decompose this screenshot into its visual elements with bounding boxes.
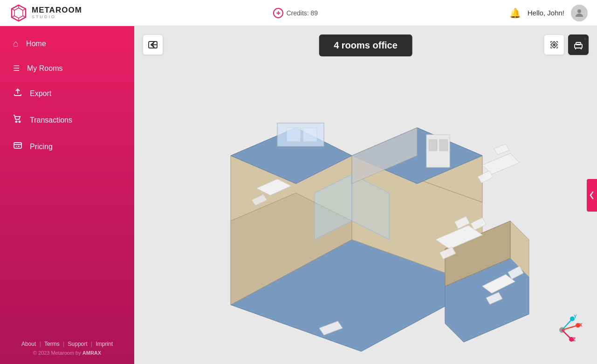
pricing-icon <box>13 141 22 152</box>
svg-point-14 <box>553 44 555 46</box>
sidebar-item-home[interactable]: ⌂ Home <box>0 31 134 56</box>
footer-links: About | Terms | Support | Imprint <box>9 341 125 347</box>
sidebar-item-transactions-label: Transactions <box>30 116 72 124</box>
sidebar-item-export[interactable]: Export <box>0 80 134 107</box>
svg-marker-42 <box>494 144 509 155</box>
sidebar-item-home-label: Home <box>26 40 46 48</box>
header-right: 🔔 Hello, John! <box>509 5 588 21</box>
footer-divider-2: | <box>63 341 66 347</box>
main-layout: ⌂ Home ☰ My Rooms Export <box>0 26 597 364</box>
logo: METAROOM STUDIO <box>9 4 82 22</box>
sidebar-item-transactions[interactable]: Transactions <box>0 107 134 133</box>
svg-rect-16 <box>576 42 581 45</box>
svg-text:Y: Y <box>574 314 577 319</box>
home-icon: ⌂ <box>13 38 19 49</box>
sidebar-item-my-rooms-label: My Rooms <box>27 64 62 73</box>
sidebar-item-pricing[interactable]: Pricing <box>0 133 134 160</box>
axis-indicator: Y X Z <box>548 310 583 345</box>
room-3d-view[interactable] <box>134 49 597 364</box>
sidebar-item-pricing-label: Pricing <box>30 143 53 151</box>
svg-rect-34 <box>287 128 301 142</box>
footer-copyright: © 2023 Metaroom by AMRAX <box>9 350 125 356</box>
transactions-icon <box>13 114 22 126</box>
svg-rect-37 <box>429 139 437 151</box>
logo-room: ROOM <box>55 6 82 15</box>
add-credits-button[interactable]: + <box>273 8 283 18</box>
svg-point-10 <box>19 121 21 123</box>
top-right-controls: + <box>544 34 589 55</box>
notifications-icon[interactable]: 🔔 <box>509 7 521 19</box>
back-button[interactable] <box>143 34 163 55</box>
room-title-container: 4 rooms office <box>319 34 412 56</box>
footer-imprint-link[interactable]: Imprint <box>96 341 113 347</box>
logo-icon <box>9 4 28 22</box>
svg-point-9 <box>16 121 17 123</box>
footer-about-link[interactable]: About <box>21 341 36 347</box>
svg-text:X: X <box>579 323 583 328</box>
svg-marker-1 <box>14 8 23 18</box>
svg-rect-38 <box>439 139 448 151</box>
header: METAROOM STUDIO + Credits: 89 🔔 Hello, J… <box>0 0 597 26</box>
sidebar-item-export-label: Export <box>30 89 51 98</box>
footer-terms-link[interactable]: Terms <box>44 341 60 347</box>
footer-brand: AMRAX <box>82 350 101 356</box>
greeting-text: Hello, John! <box>528 9 564 17</box>
credits-section: + Credits: 89 <box>273 8 318 18</box>
right-panel-toggle[interactable] <box>587 179 597 212</box>
sidebar-footer: About | Terms | Support | Imprint © 2023… <box>0 332 134 364</box>
logo-meta: META <box>32 6 55 15</box>
my-rooms-icon: ☰ <box>13 64 20 73</box>
export-icon <box>13 88 22 99</box>
footer-support-link[interactable]: Support <box>68 341 88 347</box>
logo-text: METAROOM STUDIO <box>32 6 82 20</box>
logo-studio: STUDIO <box>32 15 82 20</box>
view-mode-button[interactable]: + <box>544 34 564 55</box>
svg-point-8 <box>577 9 581 13</box>
svg-rect-35 <box>303 128 317 142</box>
sidebar-item-my-rooms[interactable]: ☰ My Rooms <box>0 56 134 80</box>
credits-label: Credits: 89 <box>286 9 318 17</box>
room-title: 4 rooms office <box>319 34 412 56</box>
sidebar-nav: ⌂ Home ☰ My Rooms Export <box>0 26 134 165</box>
svg-text:Z: Z <box>573 337 576 342</box>
sidebar: ⌂ Home ☰ My Rooms Export <box>0 26 134 364</box>
avatar[interactable] <box>571 5 588 21</box>
content-area: 4 rooms office + <box>134 26 597 364</box>
svg-rect-11 <box>14 143 21 148</box>
footer-divider-1: | <box>40 341 42 347</box>
footer-divider-3: | <box>91 341 94 347</box>
